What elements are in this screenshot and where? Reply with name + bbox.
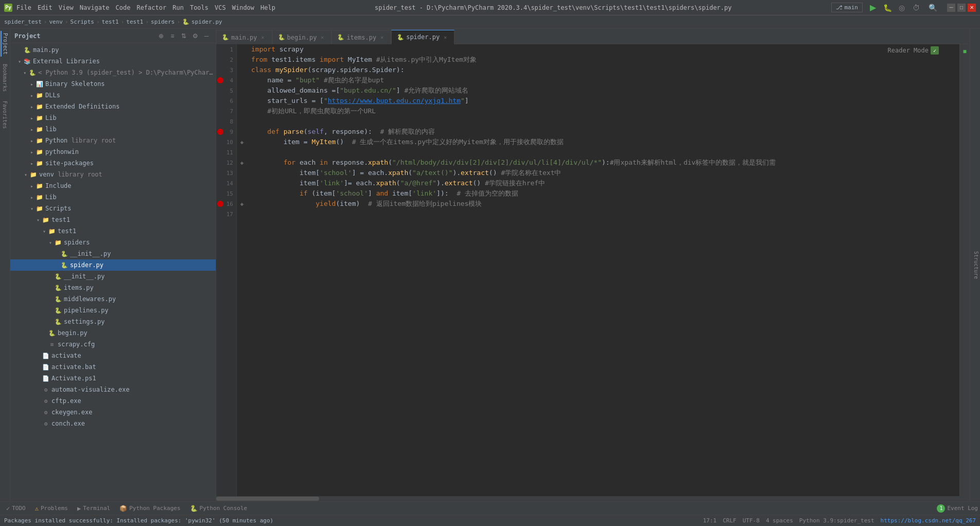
tree-item-spiders[interactable]: ▾ 📁 spiders bbox=[10, 237, 216, 248]
menu-file[interactable]: File bbox=[16, 4, 31, 11]
tree-item-test1-inner[interactable]: ▾ 📁 test1 bbox=[10, 225, 216, 237]
breadcrumb-item[interactable]: test1 bbox=[102, 19, 119, 25]
tree-item-settings-py[interactable]: 🐍 settings.py bbox=[10, 316, 216, 327]
breadcrumb-item[interactable]: venv bbox=[49, 19, 63, 25]
bookmarks-sidebar-tab[interactable]: Bookmarks bbox=[1, 62, 9, 94]
breadcrumb-item[interactable]: spiders bbox=[151, 19, 174, 25]
tree-item-ckeygen-exe[interactable]: ⚙ ckeygen.exe bbox=[10, 407, 216, 418]
tree-item-external-libraries[interactable]: ▾ 📚 External Libraries bbox=[10, 56, 216, 67]
tree-item-binary-skeletons[interactable]: ▸ 📊 Binary Skeletons bbox=[10, 78, 216, 90]
tree-item-activate[interactable]: 📄 activate bbox=[10, 350, 216, 361]
breadcrumb-item[interactable]: spider_test bbox=[4, 19, 42, 25]
event-log-button[interactable]: 1 Event Log bbox=[937, 504, 978, 513]
maximize-button[interactable]: □ bbox=[957, 4, 966, 12]
tree-item-lib-lower[interactable]: ▸ 📁 lib bbox=[10, 124, 216, 135]
tree-item-pipelines-py[interactable]: 🐍 pipelines.py bbox=[10, 305, 216, 316]
tree-item-middlewares-py[interactable]: 🐍 middlewares.py bbox=[10, 293, 216, 305]
scrollbar-thumb[interactable] bbox=[216, 497, 319, 501]
locate-file-button[interactable]: ⊕ bbox=[156, 31, 166, 41]
tree-item-extended-definitions[interactable]: ▸ 📁 Extended Definitions bbox=[10, 101, 216, 112]
tree-item-include[interactable]: ▸ 📁 Include bbox=[10, 180, 216, 191]
python-version[interactable]: Python 3.9:spider_test bbox=[799, 517, 874, 524]
tab-spiderpy[interactable]: 🐍 spider.py ✕ bbox=[391, 30, 454, 44]
tree-item-python39[interactable]: ▾ 🐍 < Python 3.9 (spider_test) > D:\Pych… bbox=[10, 67, 216, 78]
menu-code[interactable]: Code bbox=[116, 4, 131, 11]
tab-python-packages[interactable]: 📦 Python Packages bbox=[115, 503, 184, 514]
debug-button[interactable]: 🐛 bbox=[881, 2, 894, 14]
url-link[interactable]: https://blog.csdn.net/qq_267 bbox=[881, 517, 976, 524]
tab-todo[interactable]: ✓ TODO bbox=[2, 503, 30, 514]
tab-python-console[interactable]: 🐍 Python Console bbox=[186, 503, 252, 514]
menu-bar[interactable]: File Edit View Navigate Code Refactor Ru… bbox=[16, 4, 275, 11]
minimize-button[interactable]: ─ bbox=[947, 4, 955, 12]
tree-item-site-packages[interactable]: ▸ 📁 site-packages bbox=[10, 157, 216, 169]
favorites-sidebar-tab[interactable]: Favorites bbox=[1, 99, 9, 131]
cursor-position[interactable]: 17:1 bbox=[703, 517, 717, 524]
tab-close-button[interactable]: ✕ bbox=[378, 34, 386, 41]
tree-item-scripts[interactable]: ▾ 📁 Scripts bbox=[10, 203, 216, 214]
tab-close-button[interactable]: ✕ bbox=[259, 34, 267, 41]
gutter-line bbox=[237, 85, 247, 96]
code-content[interactable]: Reader Mode ✓ import scrapy from test1.i… bbox=[247, 44, 959, 496]
breadcrumb-item-current[interactable]: 🐍spider.py bbox=[182, 19, 222, 25]
tree-item-lib-cap[interactable]: ▸ 📁 Lib bbox=[10, 112, 216, 124]
code-editor[interactable]: 1 2 3 ➤4 5 6 7 8 ➤9 10 11 12 13 14 15 ➤1… bbox=[216, 44, 970, 496]
tree-item-init-py-test1[interactable]: 🐍 __init__.py bbox=[10, 271, 216, 282]
tree-item-activate-bat[interactable]: 📄 activate.bat bbox=[10, 361, 216, 373]
menu-run[interactable]: Run bbox=[172, 4, 184, 11]
tab-terminal[interactable]: ▶ Terminal bbox=[73, 503, 114, 514]
menu-tools[interactable]: Tools bbox=[190, 4, 208, 11]
right-sidebar-button[interactable]: ■ bbox=[961, 44, 969, 58]
tree-item-scrapy-cfg[interactable]: ≡ scrapy.cfg bbox=[10, 339, 216, 350]
profile-button[interactable]: ⏱ bbox=[910, 2, 922, 14]
tab-beginpy[interactable]: 🐍 begin.py ✕ bbox=[272, 30, 332, 44]
coverage-button[interactable]: ◎ bbox=[896, 2, 908, 14]
sort-button[interactable]: ⇅ bbox=[179, 31, 189, 41]
run-button[interactable]: ▶ bbox=[867, 2, 879, 14]
search-everywhere-button[interactable]: 🔍 bbox=[926, 2, 939, 14]
menu-window[interactable]: Window bbox=[232, 4, 254, 11]
tab-close-button[interactable]: ✕ bbox=[442, 33, 449, 41]
structure-sidebar[interactable]: Structure bbox=[970, 29, 980, 501]
tab-problems[interactable]: ⚠ Problems bbox=[31, 503, 72, 514]
collapse-all-button[interactable]: ≡ bbox=[167, 31, 178, 41]
hide-panel-button[interactable]: ─ bbox=[201, 31, 212, 41]
tab-close-button[interactable]: ✕ bbox=[319, 34, 326, 41]
indent-setting[interactable]: 4 spaces bbox=[766, 517, 793, 524]
breadcrumb-item[interactable]: Scripts bbox=[71, 19, 94, 25]
menu-refactor[interactable]: Refactor bbox=[136, 4, 166, 11]
tree-item-test1-outer[interactable]: ▾ 📁 test1 bbox=[10, 214, 216, 225]
branch-selector[interactable]: ⎇ main bbox=[831, 3, 863, 12]
menu-view[interactable]: View bbox=[59, 4, 74, 11]
tree-item-python-library-root[interactable]: ▸ 📁 Python library root bbox=[10, 135, 216, 146]
tree-item-activate-ps1[interactable]: 📄 Activate.ps1 bbox=[10, 373, 216, 384]
encoding[interactable]: UTF-8 bbox=[743, 517, 760, 524]
tree-item-automat-exe[interactable]: ⚙ automat-visualize.exe bbox=[10, 384, 216, 395]
tree-item-venv-library-root[interactable]: ▾ 📁 venv library root bbox=[10, 169, 216, 180]
line-number: 5 bbox=[216, 85, 236, 96]
menu-vcs[interactable]: VCS bbox=[215, 4, 226, 11]
tree-item-pythonwin[interactable]: ▸ 📁 pythonwin bbox=[10, 146, 216, 157]
tree-item-items-py[interactable]: 🐍 items.py bbox=[10, 282, 216, 293]
tree-item-conch-exe[interactable]: ⚙ conch.exe bbox=[10, 418, 216, 429]
reader-mode-checkbox[interactable]: ✓ bbox=[931, 46, 939, 55]
tree-item-dlls[interactable]: ▸ 📁 DLLs bbox=[10, 90, 216, 101]
menu-navigate[interactable]: Navigate bbox=[80, 4, 110, 11]
tree-item-spider-py[interactable]: 🐍 spider.py bbox=[10, 259, 216, 271]
tree-item-venv-lib[interactable]: ▸ 📁 Lib bbox=[10, 191, 216, 203]
menu-help[interactable]: Help bbox=[260, 4, 275, 11]
project-sidebar-tab[interactable]: Project bbox=[1, 31, 9, 57]
tab-mainpy[interactable]: 🐍 main.py ✕ bbox=[216, 30, 272, 44]
tree-item-init-py-spiders[interactable]: 🐍 __init__.py bbox=[10, 248, 216, 259]
breadcrumb-item[interactable]: test1 bbox=[126, 19, 143, 25]
tree-item-begin-py[interactable]: 🐍 begin.py bbox=[10, 327, 216, 339]
tree-item-cftp-exe[interactable]: ⚙ cftp.exe bbox=[10, 395, 216, 407]
expand-arrow: ▾ bbox=[23, 171, 29, 178]
horizontal-scrollbar[interactable] bbox=[216, 496, 970, 501]
tree-item-mainpy[interactable]: 🐍 main.py bbox=[10, 44, 216, 56]
tab-itemspy[interactable]: 🐍 items.py ✕ bbox=[331, 30, 391, 44]
menu-edit[interactable]: Edit bbox=[38, 4, 52, 11]
settings-button[interactable]: ⚙ bbox=[190, 31, 200, 41]
close-button[interactable]: ✕ bbox=[968, 4, 976, 12]
line-ending[interactable]: CRLF bbox=[723, 517, 737, 524]
